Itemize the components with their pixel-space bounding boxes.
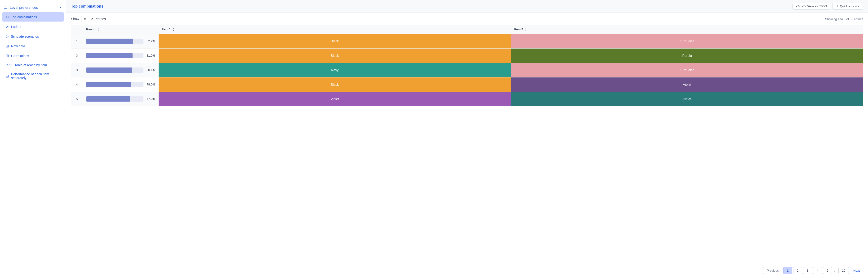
json-icon: </>	[796, 4, 801, 8]
reach-cell: 80.1%	[83, 63, 159, 77]
page-button-1[interactable]: 1	[783, 267, 792, 274]
page-button-4[interactable]: 4	[813, 267, 822, 274]
reach-cell: 81.0%	[83, 48, 159, 63]
topbar: Top combinations </> </> View as JSON ⬇ …	[66, 0, 868, 13]
sidebar-item-raw-data[interactable]: ⊞ Raw data	[2, 41, 64, 51]
row-num-cell: 5	[71, 92, 83, 106]
reach-bar-fill	[86, 39, 133, 44]
reach-cell: 77.0%	[83, 92, 159, 106]
data-table: Reach ▲ ▼ Item 1 ▲ ▼ Ite	[71, 25, 863, 106]
sidebar-item-performance[interactable]: ⊟ Performance of each item separately	[2, 70, 64, 82]
raw-data-icon: ⊞	[6, 44, 9, 48]
item1-sort-icons[interactable]: ▲ ▼	[173, 28, 175, 31]
item2-cell: Turquoise	[511, 34, 864, 48]
sidebar-item-top-combinations[interactable]: ⊙ Top combinations	[2, 12, 64, 22]
col-item2[interactable]: Item 2 ▲ ▼	[511, 25, 864, 34]
reach-bar-fill	[86, 53, 132, 58]
page-button-10[interactable]: 10	[838, 267, 849, 274]
page-button-3[interactable]: 3	[803, 267, 812, 274]
entries-label: entries	[96, 17, 106, 21]
view-as-json-button[interactable]: </> </> View as JSON	[793, 3, 831, 10]
page-title: Top combinations	[71, 4, 103, 8]
sidebar-item-table-of-reach[interactable]: 01/10 Table of reach by item	[2, 61, 64, 69]
quick-export-label: Quick export ▾	[840, 4, 860, 8]
sidebar-item-label: Simulate scenarios	[11, 35, 39, 38]
item1-cell: Black	[159, 48, 511, 63]
reach-pct-label: 80.1%	[145, 68, 155, 72]
sort-desc-icon: ▼	[97, 30, 99, 31]
row-num-cell: 4	[71, 77, 83, 92]
table-controls: Show 5 10 25 50 entries Showing 1 to 5 o…	[66, 13, 868, 25]
row-num-cell: 3	[71, 63, 83, 77]
reach-cell: 79.0%	[83, 77, 159, 92]
item2-cell: Turquoise	[511, 63, 864, 77]
chevron-up-icon: ▲	[59, 6, 62, 9]
col-item1[interactable]: Item 1 ▲ ▼	[159, 25, 511, 34]
sidebar-item-label: Performance of each item separately	[11, 72, 60, 80]
entries-select[interactable]: 5 10 25 50	[81, 16, 94, 22]
list-icon: ☰	[4, 5, 7, 9]
item1-cell: Violet	[159, 92, 511, 106]
reach-pct-label: 79.0%	[145, 83, 155, 86]
table-row: 479.0%BlackViolet	[71, 77, 863, 92]
table-row: 577.0%VioletNavy	[71, 92, 863, 106]
next-button[interactable]: Next	[850, 267, 863, 274]
pagination: Previous 1 2 3 4 5 ... 10 Next	[66, 263, 868, 278]
reach-pct-label: 82.2%	[145, 39, 155, 43]
sidebar-item-label: Raw data	[11, 44, 25, 48]
sidebar-item-label: Correlations	[11, 54, 29, 58]
top-combinations-icon: ⊙	[6, 15, 9, 19]
item1-cell: Black	[159, 34, 511, 48]
reach-pct-label: 77.0%	[145, 97, 155, 101]
page-dots: ...	[833, 267, 837, 274]
sidebar-item-ladder[interactable]: ↗ Ladder	[2, 22, 64, 31]
reach-bar-fill	[86, 82, 131, 87]
item2-cell: Violet	[511, 77, 864, 92]
data-table-wrap: Reach ▲ ▼ Item 1 ▲ ▼ Ite	[66, 25, 868, 263]
table-header: Reach ▲ ▼ Item 1 ▲ ▼ Ite	[71, 25, 863, 34]
page-button-5[interactable]: 5	[823, 267, 832, 274]
quick-export-button[interactable]: ⬇ Quick export ▾	[832, 3, 863, 10]
table-body: 182.2%BlackTurquoise281.0%BlackPurple380…	[71, 34, 863, 106]
prev-button[interactable]: Previous	[763, 267, 782, 274]
item2-cell: Navy	[511, 92, 864, 106]
sidebar-item-simulate-scenarios[interactable]: ▷ Simulate scenarios	[2, 32, 64, 41]
topbar-actions: </> </> View as JSON ⬇ Quick export ▾	[793, 3, 863, 10]
sidebar-item-label: Table of reach by item	[15, 63, 47, 67]
col-item1-label: Item 1	[162, 28, 171, 31]
show-entries-control: Show 5 10 25 50 entries	[71, 16, 106, 22]
col-reach[interactable]: Reach ▲ ▼	[83, 25, 159, 34]
performance-icon: ⊟	[6, 74, 9, 79]
item2-cell: Purple	[511, 48, 864, 63]
col-num	[71, 25, 83, 34]
view-json-label: </> View as JSON	[802, 4, 827, 8]
sidebar-item-label: Top combinations	[11, 15, 37, 19]
reach-bar-fill	[86, 67, 132, 73]
reach-pct-label: 81.0%	[145, 54, 155, 57]
correlations-icon: ⊞	[6, 54, 9, 58]
reach-sort-icons[interactable]: ▲ ▼	[97, 28, 99, 31]
col-reach-label: Reach	[86, 28, 95, 31]
sidebar-header-label: Level preferences	[10, 5, 38, 9]
page-button-2[interactable]: 2	[793, 267, 802, 274]
sidebar-item-correlations[interactable]: ⊞ Correlations	[2, 51, 64, 60]
sidebar-header[interactable]: ☰ Level preferences ▲	[0, 3, 66, 12]
export-icon: ⬇	[836, 4, 838, 8]
table-row: 182.2%BlackTurquoise	[71, 34, 863, 48]
col-item2-label: Item 2	[514, 28, 523, 31]
reach-bar-fill	[86, 96, 130, 101]
showing-info: Showing 1 to 5 of 50 entries	[825, 17, 863, 21]
simulate-icon: ▷	[6, 34, 8, 39]
table-reach-icon: 01/10	[6, 64, 12, 66]
sort-desc-icon: ▼	[525, 30, 527, 31]
sidebar: ☰ Level preferences ▲ ⊙ Top combinations…	[0, 0, 66, 278]
table-row: 380.1%NavyTurquoise	[71, 63, 863, 77]
item2-sort-icons[interactable]: ▲ ▼	[525, 28, 527, 31]
reach-cell: 82.2%	[83, 34, 159, 48]
show-label: Show	[71, 17, 79, 21]
ladder-icon: ↗	[6, 24, 9, 29]
main-content: Top combinations </> </> View as JSON ⬇ …	[66, 0, 868, 278]
row-num-cell: 1	[71, 34, 83, 48]
sidebar-item-label: Ladder	[11, 25, 22, 29]
row-num-cell: 2	[71, 48, 83, 63]
